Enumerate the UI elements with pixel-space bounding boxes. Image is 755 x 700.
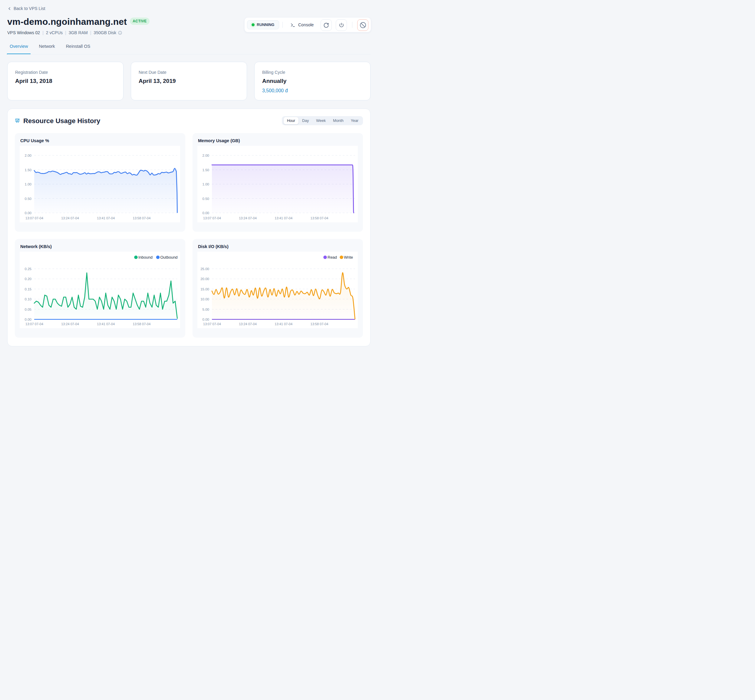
svg-text:0.00: 0.00 — [25, 318, 31, 321]
svg-text:13:58 07-04: 13:58 07-04 — [310, 322, 329, 326]
svg-text:1.00: 1.00 — [202, 183, 209, 186]
svg-text:0.10: 0.10 — [25, 297, 31, 301]
svg-text:0.00: 0.00 — [202, 211, 209, 215]
svg-text:13:41 07-04: 13:41 07-04 — [97, 322, 115, 326]
svg-text:10.00: 10.00 — [200, 297, 209, 301]
svg-text:13:07 07-04: 13:07 07-04 — [25, 216, 43, 220]
svg-text:0.50: 0.50 — [25, 197, 31, 200]
svg-text:0.00: 0.00 — [202, 318, 209, 321]
svg-text:20.00: 20.00 — [200, 277, 209, 281]
svg-text:1.50: 1.50 — [25, 168, 31, 172]
svg-text:Outbound: Outbound — [160, 255, 178, 259]
svg-text:13:07 07-04: 13:07 07-04 — [25, 322, 43, 326]
svg-text:13:24 07-04: 13:24 07-04 — [61, 216, 79, 220]
svg-text:5.00: 5.00 — [202, 308, 209, 311]
svg-text:13:58 07-04: 13:58 07-04 — [133, 216, 151, 220]
svg-text:0.15: 0.15 — [25, 288, 31, 291]
svg-text:0.25: 0.25 — [25, 267, 31, 271]
svg-text:13:24 07-04: 13:24 07-04 — [239, 322, 257, 326]
svg-text:15.00: 15.00 — [200, 288, 209, 291]
svg-text:13:58 07-04: 13:58 07-04 — [310, 216, 329, 220]
svg-text:13:41 07-04: 13:41 07-04 — [97, 216, 115, 220]
svg-text:13:07 07-04: 13:07 07-04 — [203, 322, 221, 326]
svg-text:25.00: 25.00 — [200, 267, 209, 271]
svg-text:0.50: 0.50 — [202, 197, 209, 200]
svg-text:1.00: 1.00 — [25, 183, 31, 186]
svg-text:Read: Read — [327, 255, 337, 259]
svg-text:0.05: 0.05 — [25, 308, 31, 311]
svg-text:2.00: 2.00 — [25, 154, 31, 157]
svg-text:1.50: 1.50 — [202, 168, 209, 172]
svg-text:13:07 07-04: 13:07 07-04 — [203, 216, 221, 220]
svg-text:0.00: 0.00 — [25, 211, 31, 215]
svg-text:13:24 07-04: 13:24 07-04 — [239, 216, 257, 220]
svg-text:0.20: 0.20 — [25, 277, 31, 281]
svg-text:13:58 07-04: 13:58 07-04 — [133, 322, 151, 326]
svg-text:Inbound: Inbound — [138, 255, 153, 259]
svg-text:Write: Write — [344, 255, 353, 259]
svg-text:13:24 07-04: 13:24 07-04 — [61, 322, 79, 326]
svg-text:13:41 07-04: 13:41 07-04 — [274, 322, 293, 326]
svg-text:13:41 07-04: 13:41 07-04 — [274, 216, 293, 220]
svg-text:2.00: 2.00 — [202, 154, 209, 157]
